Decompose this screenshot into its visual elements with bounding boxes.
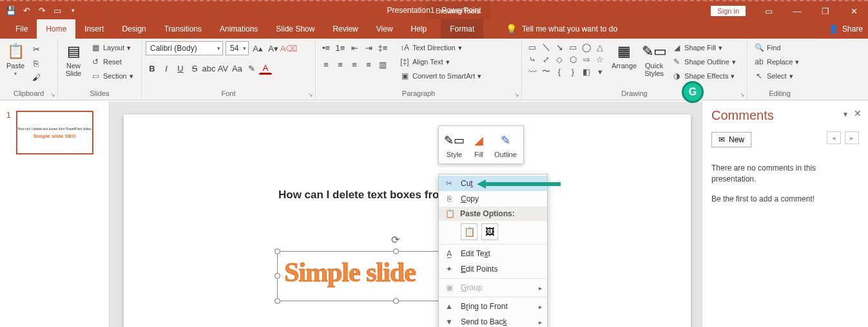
tab-transitions[interactable]: Transitions [155, 19, 211, 39]
new-slide-button[interactable]: ▤ New Slide [62, 41, 85, 79]
resize-handle[interactable] [275, 273, 280, 279]
ctx-send-back[interactable]: ▼Send to Back▸ [439, 314, 547, 327]
text-direction-button[interactable]: ↕AText Direction ▾ [397, 41, 484, 54]
shape-line-icon[interactable]: ＼ [539, 41, 552, 53]
increase-font-icon[interactable]: A▴ [251, 42, 264, 55]
shape-outline-button[interactable]: ✎Shape Outline ▾ [669, 55, 738, 68]
undo-icon[interactable]: ↶ [21, 5, 32, 16]
decrease-indent-icon[interactable]: ⇤ [348, 41, 361, 54]
bold-icon[interactable]: B [146, 62, 159, 75]
char-spacing-icon[interactable]: AV [217, 62, 229, 75]
font-size-combo[interactable]: 54 [226, 41, 249, 55]
sign-in-button[interactable]: Sign in [711, 6, 746, 16]
copy-icon[interactable]: ⎘ [30, 57, 43, 70]
save-icon[interactable]: 💾 [5, 5, 17, 16]
ribbon-display-icon[interactable]: ▭ [755, 1, 783, 21]
shape-freeform-icon[interactable]: 〜 [539, 66, 552, 77]
arrange-button[interactable]: ▦Arrange [609, 41, 639, 71]
shape-textbox-icon[interactable]: ▭ [526, 41, 539, 53]
ctx-edit-points[interactable]: ✦Edit Points [439, 261, 547, 277]
shape-more-icon[interactable]: ▾ [593, 66, 606, 77]
highlight-icon[interactable]: ✎ [245, 62, 258, 75]
shape-arrow-icon[interactable]: ↘ [553, 41, 566, 53]
cut-icon[interactable]: ✂ [30, 42, 43, 55]
close-icon[interactable]: ✕ [854, 108, 862, 118]
shape-fill-button[interactable]: ◢Shape Fill ▾ [669, 41, 738, 54]
restore-icon[interactable]: ❐ [811, 1, 840, 21]
resize-handle[interactable] [275, 298, 280, 304]
tab-design[interactable]: Design [113, 19, 155, 39]
tab-animations[interactable]: Animations [211, 19, 267, 39]
mini-fill-button[interactable]: ◢Fill [467, 130, 490, 160]
dialog-launcher-icon[interactable]: ↘ [50, 91, 55, 98]
select-button[interactable]: ↖Select ▾ [751, 70, 804, 82]
shape-oval-icon[interactable]: ◯ [580, 41, 593, 53]
shape-connector-icon[interactable]: ⤷ [526, 53, 539, 65]
tab-view[interactable]: View [367, 19, 402, 39]
format-painter-icon[interactable]: 🖌 [30, 71, 43, 84]
prev-comment-button[interactable]: ◂ [827, 131, 841, 144]
next-comment-button[interactable]: ▸ [845, 131, 859, 144]
shapes-gallery[interactable]: ▭＼↘▭◯△ ⤷⤢◇⬡⇨☆ 〰〜{}◧▾ [526, 41, 606, 77]
numbering-icon[interactable]: 1≡ [334, 41, 347, 54]
ctx-cut[interactable]: ✂Cut [439, 176, 547, 191]
qat-dropdown-icon[interactable]: ▾ [67, 5, 79, 16]
dialog-launcher-icon[interactable]: ↘ [740, 91, 745, 98]
grammarly-badge-icon[interactable]: G [682, 81, 704, 103]
shape-double-arrow-icon[interactable]: ⤢ [539, 53, 552, 65]
shape-right-arrow-icon[interactable]: ⇨ [580, 53, 593, 65]
decrease-font-icon[interactable]: A▾ [267, 42, 280, 55]
close-icon[interactable]: ✕ [840, 1, 868, 21]
quick-styles-button[interactable]: ✎▭Quick Styles [642, 41, 666, 79]
replace-button[interactable]: abReplace ▾ [751, 55, 804, 68]
align-right-icon[interactable]: ≡ [348, 58, 361, 71]
columns-icon[interactable]: ▥ [376, 58, 389, 71]
share-button[interactable]: 👤 Share [829, 19, 863, 39]
mini-outline-button[interactable]: ✎Outline [492, 130, 519, 160]
shape-hex-icon[interactable]: ⬡ [566, 53, 579, 65]
shape-star-icon[interactable]: ☆ [593, 53, 606, 65]
layout-button[interactable]: ▦Layout ▾ [88, 41, 136, 54]
start-slideshow-icon[interactable]: ▭ [52, 5, 63, 16]
shape-curve-icon[interactable]: 〰 [526, 66, 539, 77]
minimize-icon[interactable]: — [783, 1, 811, 21]
paste-button[interactable]: 📋 Paste ▾ [4, 41, 27, 78]
change-case-icon[interactable]: Aa [231, 62, 244, 75]
convert-smartart-button[interactable]: ▣Convert to SmartArt ▾ [397, 70, 484, 82]
justify-icon[interactable]: ≡ [362, 58, 375, 71]
underline-icon[interactable]: U [174, 62, 187, 75]
shape-brace-l-icon[interactable]: { [553, 66, 566, 77]
paste-use-dest-theme[interactable]: 📋 [461, 223, 477, 240]
font-color-icon[interactable]: A [259, 62, 272, 75]
italic-icon[interactable]: I [160, 62, 173, 75]
shadow-icon[interactable]: abc [202, 62, 215, 75]
increase-indent-icon[interactable]: ⇥ [362, 41, 375, 54]
line-spacing-icon[interactable]: ‡≡ [376, 41, 389, 54]
bullets-icon[interactable]: •≡ [320, 41, 333, 54]
ctx-copy[interactable]: ⎘Copy [439, 191, 547, 207]
redo-icon[interactable]: ↷ [36, 5, 48, 16]
shape-tri-icon[interactable]: △ [593, 41, 606, 53]
font-name-combo[interactable]: Calibri (Body) [146, 41, 223, 55]
tab-insert[interactable]: Insert [75, 19, 113, 39]
tab-review[interactable]: Review [323, 19, 367, 39]
shape-effects-button[interactable]: ◑Shape Effects ▾ [669, 70, 738, 82]
tab-help[interactable]: Help [402, 19, 436, 39]
tab-home[interactable]: Home [37, 19, 75, 39]
tell-me[interactable]: 💡 Tell me what you want to do [506, 19, 617, 39]
clear-formatting-icon[interactable]: A⌫ [282, 42, 295, 55]
shape-rect-icon[interactable]: ▭ [566, 41, 579, 53]
tab-format[interactable]: Format [441, 19, 483, 39]
ctx-bring-front[interactable]: ▲Bring to Front▸ [439, 299, 547, 314]
strike-icon[interactable]: S [188, 62, 201, 75]
align-left-icon[interactable]: ≡ [320, 58, 333, 71]
thumbnail-item[interactable]: 1 How can I delete text boxes from Power… [6, 111, 102, 154]
align-center-icon[interactable]: ≡ [334, 58, 347, 71]
paste-picture[interactable]: 🖼 [481, 223, 498, 240]
resize-handle[interactable] [275, 248, 280, 254]
tab-file[interactable]: File [6, 19, 37, 39]
align-text-button[interactable]: [‡]Align Text ▾ [397, 55, 484, 68]
find-button[interactable]: 🔍Find [751, 41, 804, 54]
ctx-edit-text[interactable]: A̲Edit Text [439, 246, 547, 261]
chevron-down-icon[interactable]: ▼ [842, 111, 849, 118]
